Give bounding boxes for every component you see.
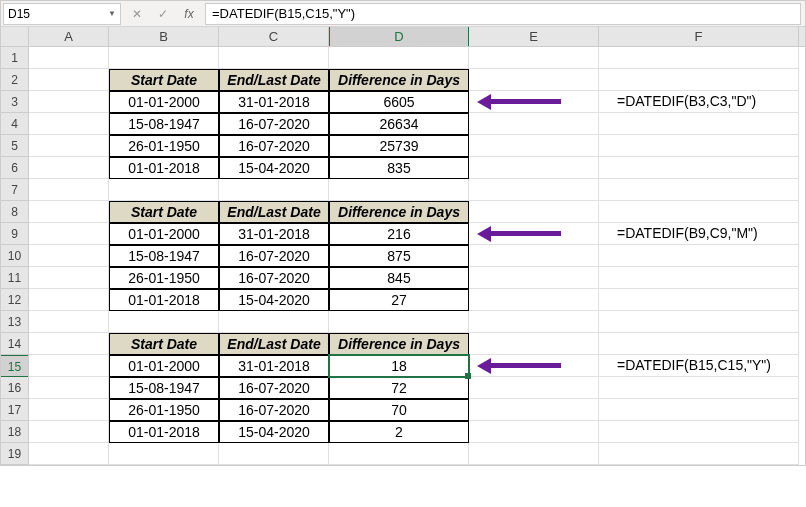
empty-cell[interactable] [109, 179, 219, 201]
row-header-7[interactable]: 7 [1, 179, 28, 201]
date-cell[interactable]: 26-01-1950 [109, 267, 219, 289]
empty-cell[interactable] [599, 421, 799, 443]
empty-cell[interactable] [29, 333, 109, 355]
empty-cell[interactable] [29, 223, 109, 245]
empty-cell[interactable] [469, 157, 599, 179]
column-header-e[interactable]: E [469, 27, 599, 46]
empty-cell[interactable] [29, 179, 109, 201]
row-header-9[interactable]: 9 [1, 223, 28, 245]
date-cell[interactable]: 15-04-2020 [219, 157, 329, 179]
date-cell[interactable]: 15-04-2020 [219, 421, 329, 443]
empty-cell[interactable] [469, 113, 599, 135]
empty-cell[interactable] [599, 135, 799, 157]
empty-cell[interactable] [29, 157, 109, 179]
empty-cell[interactable] [599, 377, 799, 399]
date-cell[interactable]: 01-01-2018 [109, 421, 219, 443]
result-cell[interactable]: 25739 [329, 135, 469, 157]
fill-handle[interactable] [465, 373, 471, 379]
date-cell[interactable]: 16-07-2020 [219, 135, 329, 157]
empty-cell[interactable] [109, 47, 219, 69]
result-cell[interactable]: 70 [329, 399, 469, 421]
empty-cell[interactable] [219, 47, 329, 69]
empty-cell[interactable] [599, 157, 799, 179]
table-header[interactable]: End/Last Date [219, 69, 329, 91]
empty-cell[interactable] [469, 47, 599, 69]
date-cell[interactable]: 31-01-2018 [219, 91, 329, 113]
annotation-arrow[interactable] [469, 223, 599, 245]
row-header-2[interactable]: 2 [1, 69, 28, 91]
empty-cell[interactable] [599, 333, 799, 355]
empty-cell[interactable] [599, 267, 799, 289]
date-cell[interactable]: 16-07-2020 [219, 245, 329, 267]
empty-cell[interactable] [29, 399, 109, 421]
result-cell[interactable]: 2 [329, 421, 469, 443]
table-header[interactable]: Difference in Days [329, 201, 469, 223]
date-cell[interactable]: 01-01-2018 [109, 289, 219, 311]
empty-cell[interactable] [599, 399, 799, 421]
date-cell[interactable]: 01-01-2018 [109, 157, 219, 179]
date-cell[interactable]: 15-08-1947 [109, 377, 219, 399]
row-header-4[interactable]: 4 [1, 113, 28, 135]
empty-cell[interactable] [329, 311, 469, 333]
date-cell[interactable]: 16-07-2020 [219, 267, 329, 289]
empty-cell[interactable] [599, 179, 799, 201]
result-cell[interactable]: 875 [329, 245, 469, 267]
column-header-b[interactable]: B [109, 27, 219, 46]
table-header[interactable]: Start Date [109, 201, 219, 223]
result-cell[interactable]: 18 [329, 355, 469, 377]
table-header[interactable]: Difference in Days [329, 333, 469, 355]
result-cell[interactable]: 845 [329, 267, 469, 289]
annotation-arrow[interactable] [469, 91, 599, 113]
empty-cell[interactable] [219, 179, 329, 201]
date-cell[interactable]: 16-07-2020 [219, 113, 329, 135]
date-cell[interactable]: 15-08-1947 [109, 113, 219, 135]
formula-input[interactable]: =DATEDIF(B15,C15,"Y") [205, 3, 801, 25]
row-header-5[interactable]: 5 [1, 135, 28, 157]
annotation-arrow[interactable] [469, 355, 599, 377]
enter-icon[interactable]: ✓ [155, 7, 171, 21]
empty-cell[interactable] [329, 47, 469, 69]
empty-cell[interactable] [109, 443, 219, 465]
empty-cell[interactable] [599, 443, 799, 465]
result-cell[interactable]: 26634 [329, 113, 469, 135]
row-header-3[interactable]: 3 [1, 91, 28, 113]
row-header-17[interactable]: 17 [1, 399, 28, 421]
row-header-11[interactable]: 11 [1, 267, 28, 289]
empty-cell[interactable] [469, 399, 599, 421]
table-header[interactable]: Difference in Days [329, 69, 469, 91]
empty-cell[interactable] [469, 135, 599, 157]
date-cell[interactable]: 31-01-2018 [219, 223, 329, 245]
empty-cell[interactable] [29, 245, 109, 267]
annotation-formula[interactable]: =DATEDIF(B9,C9,"M") [599, 223, 799, 245]
empty-cell[interactable] [219, 443, 329, 465]
empty-cell[interactable] [29, 69, 109, 91]
empty-cell[interactable] [469, 311, 599, 333]
row-header-19[interactable]: 19 [1, 443, 28, 465]
empty-cell[interactable] [29, 289, 109, 311]
empty-cell[interactable] [469, 377, 599, 399]
row-header-16[interactable]: 16 [1, 377, 28, 399]
table-header[interactable]: Start Date [109, 333, 219, 355]
empty-cell[interactable] [29, 267, 109, 289]
table-header[interactable]: End/Last Date [219, 333, 329, 355]
empty-cell[interactable] [469, 443, 599, 465]
empty-cell[interactable] [29, 311, 109, 333]
empty-cell[interactable] [329, 443, 469, 465]
row-header-12[interactable]: 12 [1, 289, 28, 311]
empty-cell[interactable] [469, 245, 599, 267]
annotation-formula[interactable]: =DATEDIF(B15,C15,"Y") [599, 355, 799, 377]
result-cell[interactable]: 27 [329, 289, 469, 311]
name-box-dropdown-icon[interactable]: ▼ [104, 9, 116, 18]
empty-cell[interactable] [469, 69, 599, 91]
column-header-c[interactable]: C [219, 27, 329, 46]
empty-cell[interactable] [469, 267, 599, 289]
result-cell[interactable]: 835 [329, 157, 469, 179]
empty-cell[interactable] [329, 179, 469, 201]
fx-icon[interactable]: fx [181, 7, 197, 21]
row-header-1[interactable]: 1 [1, 47, 28, 69]
empty-cell[interactable] [29, 355, 109, 377]
empty-cell[interactable] [29, 135, 109, 157]
column-header-a[interactable]: A [29, 27, 109, 46]
result-cell[interactable]: 72 [329, 377, 469, 399]
date-cell[interactable]: 16-07-2020 [219, 399, 329, 421]
